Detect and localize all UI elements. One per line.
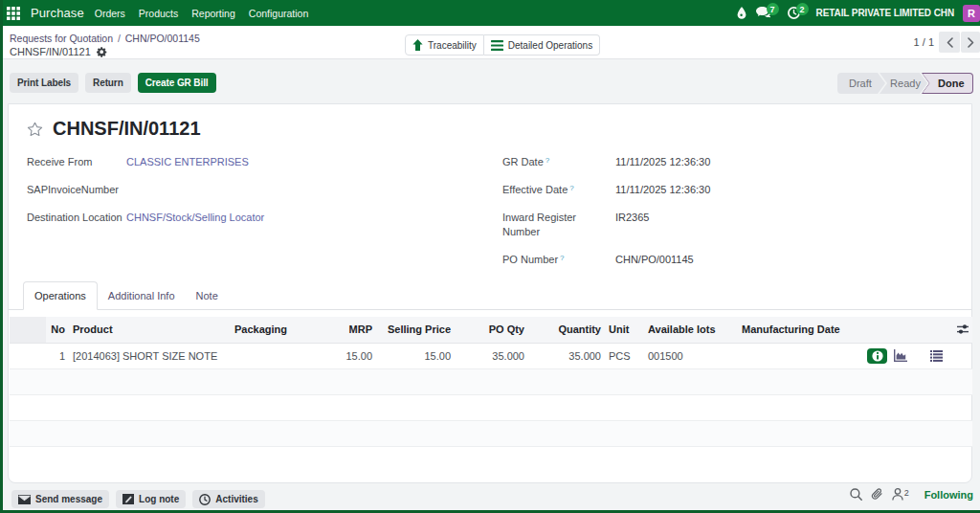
attachment-paperclip-icon[interactable] — [871, 488, 883, 501]
cell-unit[interactable]: PCS — [605, 343, 644, 368]
breadcrumb-separator: / — [113, 33, 125, 44]
favorite-star-icon[interactable] — [27, 122, 43, 137]
empty-row — [10, 394, 972, 420]
create-gr-bill-button[interactable]: Create GR Bill — [138, 73, 216, 93]
col-selling-price[interactable]: Selling Price — [376, 317, 455, 343]
stage-draft[interactable]: Draft — [837, 73, 885, 94]
menu-orders[interactable]: Orders — [88, 8, 132, 19]
page-title: CHNSF/IN/01121 — [53, 118, 201, 140]
col-optional-toggle[interactable] — [953, 317, 972, 343]
view-buttons-group: Traceability Detailed Operations — [405, 34, 600, 56]
activities-button[interactable]: Activities — [192, 490, 264, 508]
empty-row — [10, 368, 972, 394]
lot-info-button[interactable] — [867, 348, 887, 364]
field-gr-date: GR Date? 11/11/2025 12:36:30 — [502, 155, 924, 169]
pager-next-button[interactable] — [961, 32, 980, 53]
log-note-button[interactable]: Log note — [116, 490, 186, 508]
field-destination-location: Destination Location CHNSF/Stock/Selling… — [27, 211, 448, 225]
stage-done[interactable]: Done — [922, 73, 973, 94]
po-number-value[interactable]: CHN/PO/001145 — [615, 253, 694, 267]
cell-packaging[interactable] — [231, 343, 341, 368]
col-quantity[interactable]: Quantity — [528, 317, 605, 343]
col-product[interactable]: Product — [69, 317, 231, 343]
breadcrumb-current: CHNSF/IN/01121 — [10, 46, 91, 59]
menu-configuration[interactable]: Configuration — [242, 8, 315, 19]
send-message-button[interactable]: Send message — [11, 490, 109, 508]
breadcrumb: Requests for Quotation / CHN/PO/001145 C… — [10, 33, 200, 58]
cell-available-lots[interactable]: 001500 — [644, 343, 738, 368]
help-question-mark: ? — [560, 255, 564, 262]
clock-icon — [199, 494, 211, 505]
note-pencil-icon — [122, 494, 134, 504]
empty-row — [10, 420, 972, 446]
followers-icon[interactable]: 2 — [892, 488, 909, 501]
col-available-lots[interactable]: Available lots — [644, 317, 738, 343]
stage-ready[interactable]: Ready — [880, 73, 927, 94]
activities-clock-icon[interactable]: 2 — [788, 7, 800, 19]
receive-from-link[interactable]: CLASSIC ENTERPRISES — [126, 155, 249, 169]
apps-grid-icon[interactable] — [7, 7, 20, 20]
pager-previous-button[interactable] — [939, 32, 960, 53]
following-button[interactable]: Following — [924, 489, 973, 501]
field-inward-register-number: Inward Register Number IR2365 — [502, 211, 924, 239]
effective-date-value[interactable]: 11/11/2025 12:36:30 — [615, 183, 710, 197]
col-unit[interactable]: Unit — [605, 317, 644, 343]
tab-additional-info[interactable]: Additional Info — [98, 282, 186, 309]
col-mrp[interactable]: MRP — [341, 317, 376, 343]
company-name[interactable]: RETAIL PRIVATE LIMITED CHN — [816, 8, 954, 18]
table-row[interactable]: 1 [2014063] SHORT SIZE NOTE 15.00 15.00 … — [10, 343, 972, 368]
arrow-up-icon — [412, 39, 423, 51]
activities-badge: 2 — [796, 3, 809, 15]
breadcrumb-link-rfq[interactable]: Requests for Quotation — [10, 33, 113, 44]
col-no[interactable]: No — [46, 317, 69, 343]
inward-register-number-value[interactable]: IR2365 — [615, 211, 649, 239]
menu-reporting[interactable]: Reporting — [185, 8, 242, 19]
notebook-tabs: Operations Additional Info Note — [9, 282, 971, 310]
empty-row — [10, 446, 972, 472]
menu-products[interactable]: Products — [132, 8, 185, 19]
search-messages-icon[interactable] — [850, 488, 862, 501]
col-packaging[interactable]: Packaging — [231, 317, 341, 343]
cell-no: 1 — [46, 343, 69, 368]
droplet-icon[interactable] — [737, 7, 746, 19]
field-sap-invoice-number: SAPInvoiceNumber — [27, 183, 448, 197]
app-name[interactable]: Purchase — [31, 6, 84, 20]
gr-date-value[interactable]: 11/11/2025 12:36:30 — [615, 155, 710, 169]
forecast-chart-icon[interactable] — [894, 349, 907, 362]
col-po-qty[interactable]: PO Qty — [455, 317, 528, 343]
tab-operations[interactable]: Operations — [23, 281, 98, 310]
form-sheet: CHNSF/IN/01121 Receive From CLASSIC ENTE… — [8, 103, 972, 483]
statusbar: Draft Ready Done — [837, 73, 973, 94]
chatter-bar: Send message Log note Activities 2 Follo… — [0, 483, 980, 510]
detailed-operations-button[interactable]: Detailed Operations — [484, 34, 600, 56]
envelope-icon — [18, 495, 31, 504]
gear-icon[interactable] — [97, 47, 107, 57]
col-manufacturing-date[interactable]: Manufacturing Date — [738, 317, 853, 343]
messages-icon[interactable]: 7 — [756, 7, 770, 19]
user-avatar[interactable]: R — [963, 5, 980, 22]
cell-manufacturing-date[interactable] — [738, 343, 853, 368]
window-edge-left — [0, 0, 3, 513]
tab-note[interactable]: Note — [186, 282, 229, 309]
field-receive-from: Receive From CLASSIC ENTERPRISES — [27, 155, 448, 169]
action-strip: Print Labels Return Create GR Bill Draft… — [0, 60, 980, 103]
cell-mrp[interactable]: 15.00 — [341, 343, 376, 368]
field-effective-date: Effective Date? 11/11/2025 12:36:30 — [502, 183, 924, 197]
main-menu: Orders Products Reporting Configuration — [88, 8, 316, 19]
traceability-button[interactable]: Traceability — [405, 34, 484, 56]
help-question-mark: ? — [569, 185, 573, 192]
detailed-list-icon[interactable] — [930, 350, 943, 362]
cell-selling-price[interactable]: 15.00 — [376, 343, 455, 368]
adjust-columns-icon — [957, 323, 969, 335]
cell-product[interactable]: [2014063] SHORT SIZE NOTE — [69, 343, 231, 368]
return-button[interactable]: Return — [85, 73, 131, 93]
cell-po-qty[interactable]: 35.000 — [455, 343, 528, 368]
breadcrumb-link-po[interactable]: CHN/PO/001145 — [125, 33, 200, 44]
followers-count: 2 — [904, 488, 909, 498]
destination-location-link[interactable]: CHNSF/Stock/Selling Locator — [126, 211, 264, 225]
pager-count: 1 / 1 — [914, 36, 934, 48]
print-labels-button[interactable]: Print Labels — [10, 73, 78, 93]
control-row: Requests for Quotation / CHN/PO/001145 C… — [0, 26, 980, 59]
cell-quantity[interactable]: 35.000 — [528, 343, 605, 368]
table-header-row: No Product Packaging MRP Selling Price P… — [10, 317, 972, 343]
